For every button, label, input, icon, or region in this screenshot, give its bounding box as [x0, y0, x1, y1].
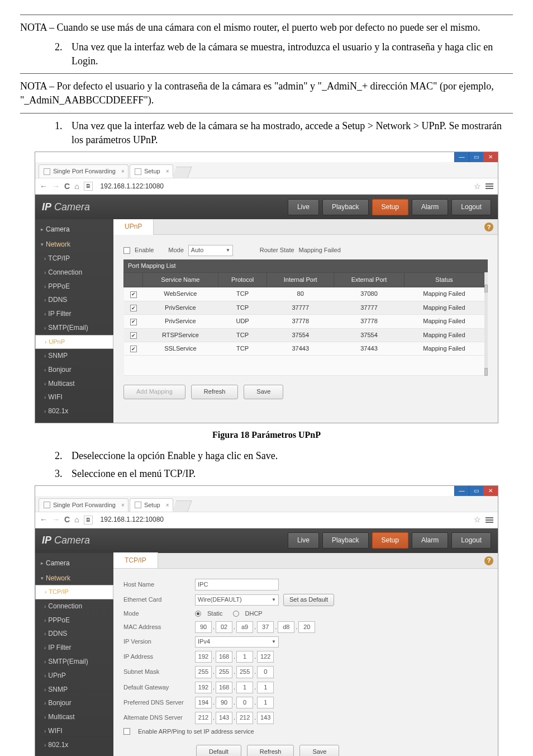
close-icon[interactable]: × — [121, 168, 125, 176]
enable-checkbox[interactable] — [123, 247, 130, 254]
minimize-icon[interactable]: — — [454, 152, 469, 162]
sidebar-item-bonjour[interactable]: ›Bonjour — [35, 363, 113, 377]
sidebar-item-tcpip[interactable]: ›TCP/IP — [35, 585, 113, 599]
table-scrollbar[interactable] — [484, 272, 488, 376]
sidebar-item-upnp[interactable]: ›UPnP — [35, 335, 113, 349]
sidebar-item-connection[interactable]: ›Connection — [35, 266, 113, 280]
default-button[interactable]: Default — [196, 745, 241, 756]
sidebar-item-smtp[interactable]: ›SMTP(Email) — [35, 655, 113, 669]
sidebar-item-8021x[interactable]: ›802.1x — [35, 738, 113, 752]
sidebar-item-ipfilter[interactable]: ›IP Filter — [35, 307, 113, 321]
sidebar-item-upnp[interactable]: ›UPnP — [35, 669, 113, 683]
sidebar-group-camera[interactable]: ▸Camera — [35, 221, 113, 237]
close-icon[interactable]: × — [166, 502, 169, 509]
sidebar-item-snmp[interactable]: ›SNMP — [35, 349, 113, 363]
ip-address-input[interactable]: 192.168.1.122 — [195, 651, 274, 663]
browser-tab-setup[interactable]: Setup × — [130, 498, 173, 512]
maximize-icon[interactable]: ▭ — [469, 152, 483, 162]
mode-select[interactable]: Auto▼ — [188, 245, 233, 256]
static-radio[interactable] — [195, 611, 201, 617]
browser-tab-setup[interactable]: Setup × — [130, 164, 173, 178]
refresh-button[interactable]: Refresh — [191, 385, 239, 399]
nav-live[interactable]: Live — [288, 199, 319, 215]
nav-setup[interactable]: Setup — [372, 532, 408, 549]
new-tab-shape[interactable] — [172, 167, 192, 178]
tab-tcpip[interactable]: TCP/IP — [113, 552, 158, 568]
nav-playback[interactable]: Playback — [322, 199, 369, 215]
new-tab-shape[interactable] — [172, 500, 192, 512]
sidebar-item-ddns[interactable]: ›DDNS — [35, 627, 113, 641]
help-icon[interactable]: ? — [484, 556, 493, 565]
gateway-input[interactable]: 192.168.1.1 — [195, 682, 274, 693]
mode-label: Mode — [168, 246, 184, 254]
sidebar-item-ddns[interactable]: ›DDNS — [35, 293, 113, 307]
sidebar-item-connection[interactable]: ›Connection — [35, 599, 113, 613]
back-icon[interactable]: ← — [40, 181, 47, 192]
tab-upnp[interactable]: UPnP — [113, 219, 154, 235]
sidebar-item-8021x[interactable]: ›802.1x — [35, 404, 113, 418]
sidebar-item-smtp[interactable]: ›SMTP(Email) — [35, 321, 113, 335]
sidebar-group-camera[interactable]: ▸Camera — [35, 555, 113, 570]
back-icon[interactable]: ← — [40, 514, 47, 526]
star-icon[interactable]: ☆ — [474, 181, 481, 192]
browser-tab-spf[interactable]: Single Port Forwarding × — [39, 498, 129, 512]
forward-icon[interactable]: → — [52, 514, 60, 526]
reload-icon[interactable]: C — [64, 181, 70, 192]
mac-address-input[interactable]: 90.02.a9.37.d8.20 — [195, 621, 315, 633]
sidebar-group-network[interactable]: ▾Network — [35, 570, 113, 585]
add-mapping-button[interactable]: Add Mapping — [123, 385, 185, 399]
sidebar-item-pppoe[interactable]: ›PPPoE — [35, 280, 113, 294]
forward-icon[interactable]: → — [52, 181, 60, 192]
preferred-dns-input[interactable]: 194.90.0.1 — [195, 697, 274, 708]
host-name-input[interactable]: IPC — [195, 579, 279, 590]
nav-logout[interactable]: Logout — [451, 199, 491, 215]
arp-ping-checkbox[interactable] — [123, 728, 130, 735]
sidebar-item-wifi[interactable]: ›WIFI — [35, 724, 113, 738]
sidebar-item-multicast[interactable]: ›Multicast — [35, 710, 113, 724]
subnet-mask-input[interactable]: 255.255.255.0 — [195, 666, 274, 678]
reload-icon[interactable]: C — [64, 514, 70, 526]
row-checkbox[interactable] — [130, 291, 137, 298]
refresh-button[interactable]: Refresh — [247, 745, 294, 756]
home-icon[interactable]: ⌂ — [74, 181, 79, 192]
sidebar-item-bonjour[interactable]: ›Bonjour — [35, 696, 113, 710]
row-checkbox[interactable] — [130, 346, 137, 352]
nav-playback[interactable]: Playback — [322, 532, 369, 549]
menu-icon[interactable] — [486, 186, 493, 187]
save-button[interactable]: Save — [299, 745, 339, 756]
nav-alarm[interactable]: Alarm — [412, 199, 448, 215]
sidebar-item-multicast[interactable]: ›Multicast — [35, 377, 113, 391]
row-checkbox[interactable] — [130, 332, 137, 339]
address-bar[interactable]: 192.168.1.122:10080 — [97, 181, 469, 192]
address-bar[interactable]: 192.168.1.122:10080 — [97, 514, 469, 526]
ethernet-card-select[interactable]: Wire(DEFAULT)▼ — [195, 594, 279, 605]
browser-tab-spf[interactable]: Single Port Forwarding × — [39, 164, 129, 178]
sidebar-item-snmp[interactable]: ›SNMP — [35, 683, 113, 697]
row-checkbox[interactable] — [130, 305, 137, 311]
menu-icon[interactable] — [486, 519, 493, 521]
nav-alarm[interactable]: Alarm — [412, 532, 448, 549]
home-icon[interactable]: ⌂ — [74, 514, 79, 526]
minimize-icon[interactable]: — — [454, 486, 469, 496]
row-checkbox[interactable] — [130, 319, 137, 325]
set-default-button[interactable]: Set as Default — [283, 594, 334, 606]
nav-setup[interactable]: Setup — [372, 199, 408, 215]
sidebar-item-tcpip[interactable]: ›TCP/IP — [35, 252, 113, 266]
ip-version-select[interactable]: IPv4▼ — [195, 636, 279, 647]
sidebar-item-qos[interactable]: ›QoS — [35, 752, 113, 756]
sidebar-group-network[interactable]: ▾Network — [35, 237, 113, 252]
nav-live[interactable]: Live — [288, 532, 319, 549]
sidebar-item-pppoe[interactable]: ›PPPoE — [35, 613, 113, 627]
star-icon[interactable]: ☆ — [474, 514, 481, 526]
alternate-dns-input[interactable]: 212.143.212.143 — [195, 712, 274, 724]
save-button[interactable]: Save — [244, 385, 283, 399]
sidebar-item-wifi[interactable]: ›WIFI — [35, 390, 113, 404]
close-icon[interactable]: × — [121, 502, 125, 509]
dhcp-radio[interactable] — [233, 611, 239, 617]
sidebar-item-ipfilter[interactable]: ›IP Filter — [35, 641, 113, 655]
nav-logout[interactable]: Logout — [451, 532, 491, 549]
close-icon[interactable]: × — [166, 168, 169, 176]
close-window-icon[interactable]: ✕ — [483, 486, 498, 496]
maximize-icon[interactable]: ▭ — [469, 486, 483, 496]
close-window-icon[interactable]: ✕ — [483, 152, 498, 162]
